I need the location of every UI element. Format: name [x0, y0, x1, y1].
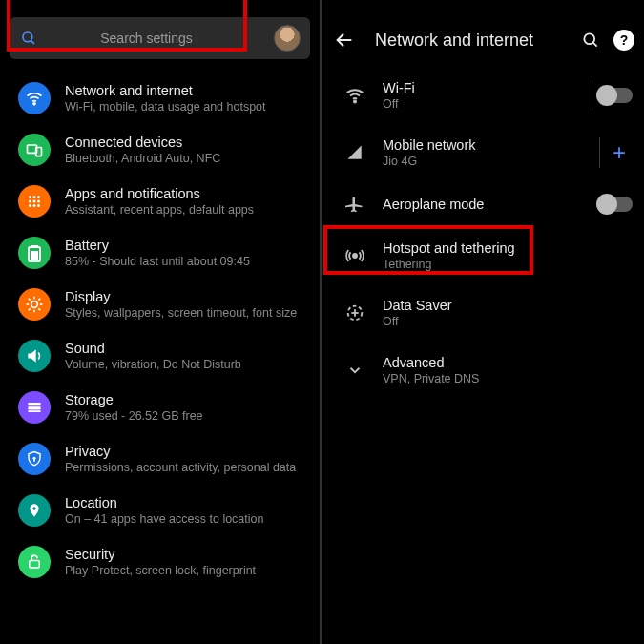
search-icon[interactable] — [577, 27, 604, 53]
svg-point-8 — [29, 200, 31, 203]
item-sub: Volume, vibration, Do Not Disturb — [65, 358, 308, 371]
item-title: Storage — [65, 392, 308, 407]
item-title: Advanced — [383, 355, 633, 370]
svg-point-7 — [37, 196, 40, 198]
network-list: Wi-Fi Off Mobile network Jio 4G + — [322, 67, 644, 399]
svg-rect-32 — [30, 561, 40, 569]
svg-point-31 — [32, 507, 35, 509]
item-title: Display — [65, 289, 308, 304]
item-wifi[interactable]: Wi-Fi Off — [327, 67, 638, 124]
item-battery[interactable]: Battery 85% - Should last until about 09… — [4, 227, 316, 279]
back-icon[interactable] — [331, 27, 358, 53]
svg-rect-16 — [31, 251, 38, 260]
item-sub: Bluetooth, Android Auto, NFC — [65, 152, 308, 165]
svg-line-22 — [29, 299, 31, 301]
item-title: Battery — [65, 238, 308, 253]
item-title: Aeroplane mode — [383, 197, 598, 212]
item-title: Sound — [65, 341, 308, 356]
search-bar[interactable]: Search settings — [10, 17, 310, 59]
airplane-icon — [333, 195, 377, 214]
chevron-down-icon — [333, 362, 377, 379]
item-mobile-network[interactable]: Mobile network Jio 4G + — [327, 124, 638, 181]
aeroplane-toggle[interactable] — [598, 197, 633, 212]
item-title: Wi-Fi — [383, 80, 586, 95]
svg-point-12 — [33, 204, 36, 207]
svg-point-34 — [584, 33, 594, 44]
header: Network and internet ? — [322, 13, 644, 67]
location-icon — [18, 494, 51, 527]
add-network-icon[interactable]: + — [606, 139, 633, 166]
devices-icon — [18, 134, 51, 166]
settings-root-pane: Search settings Network and internet Wi-… — [0, 0, 322, 644]
item-connected-devices[interactable]: Connected devices Bluetooth, Android Aut… — [4, 124, 316, 176]
security-icon — [18, 546, 51, 578]
item-title: Data Saver — [383, 298, 633, 313]
item-advanced[interactable]: Advanced VPN, Private DNS — [327, 342, 638, 399]
display-icon — [18, 288, 51, 321]
signal-icon — [333, 143, 377, 162]
privacy-icon — [18, 443, 51, 475]
wifi-icon — [18, 82, 51, 114]
item-title: Hotspot and tethering — [383, 240, 633, 256]
apps-icon — [18, 185, 51, 218]
item-sub: Jio 4G — [383, 155, 593, 168]
item-sub: Tethering — [383, 258, 633, 271]
storage-icon — [18, 391, 51, 424]
svg-point-11 — [29, 204, 31, 207]
svg-line-23 — [38, 308, 40, 310]
profile-avatar[interactable] — [274, 25, 301, 52]
item-sub: Off — [383, 97, 586, 111]
item-title: Mobile network — [383, 137, 593, 153]
item-title: Security — [65, 547, 308, 562]
svg-point-37 — [353, 254, 357, 258]
item-storage[interactable]: Storage 79% used - 26.52 GB free — [4, 382, 316, 433]
separator — [599, 137, 600, 168]
item-sub: Styles, wallpapers, screen timeout, font… — [65, 306, 308, 320]
sound-icon — [18, 340, 51, 372]
svg-point-2 — [33, 103, 35, 105]
svg-rect-27 — [28, 406, 40, 409]
item-network-internet[interactable]: Network and internet Wi-Fi, mobile, data… — [4, 73, 316, 124]
svg-line-24 — [29, 308, 31, 310]
item-apps-notifications[interactable]: Apps and notifications Assistant, recent… — [4, 176, 316, 227]
svg-point-6 — [33, 196, 36, 198]
wifi-toggle[interactable] — [598, 88, 633, 103]
item-sub: Wi-Fi, mobile, data usage and hotspot — [65, 100, 308, 114]
item-title: Network and internet — [65, 83, 308, 98]
help-icon[interactable]: ? — [613, 30, 634, 51]
svg-rect-28 — [28, 410, 40, 412]
wifi-icon — [333, 85, 377, 106]
item-title: Connected devices — [65, 135, 308, 150]
item-title: Apps and notifications — [65, 186, 308, 201]
item-sub: Off — [383, 315, 633, 328]
item-security[interactable]: Security Play Protect, screen lock, fing… — [4, 536, 316, 588]
svg-line-35 — [593, 43, 597, 47]
separator — [592, 80, 592, 111]
item-data-saver[interactable]: Data Saver Off — [327, 284, 638, 342]
network-internet-pane: Network and internet ? Wi-Fi Off — [322, 0, 644, 644]
item-sub: VPN, Private DNS — [383, 372, 633, 385]
svg-point-36 — [354, 100, 356, 102]
item-sub: On – 41 apps have access to location — [65, 512, 308, 526]
header-title: Network and internet — [367, 31, 568, 51]
item-sub: 85% - Should last until about 09:45 — [65, 255, 308, 268]
item-location[interactable]: Location On – 41 apps have access to loc… — [4, 485, 316, 536]
item-sub: Assistant, recent apps, default apps — [65, 203, 308, 217]
svg-point-5 — [29, 196, 31, 198]
item-sub: Play Protect, screen lock, fingerprint — [65, 564, 308, 577]
svg-point-9 — [33, 200, 36, 203]
svg-rect-26 — [28, 403, 40, 405]
data-saver-icon — [333, 302, 377, 323]
svg-point-17 — [31, 301, 38, 308]
svg-point-10 — [37, 200, 40, 203]
item-display[interactable]: Display Styles, wallpapers, screen timeo… — [4, 279, 316, 330]
hotspot-icon — [333, 245, 377, 266]
item-sound[interactable]: Sound Volume, vibration, Do Not Disturb — [4, 330, 316, 382]
item-title: Privacy — [65, 444, 308, 459]
item-privacy[interactable]: Privacy Permissions, account activity, p… — [4, 433, 316, 485]
search-placeholder: Search settings — [19, 31, 274, 46]
settings-list: Network and internet Wi-Fi, mobile, data… — [0, 73, 320, 588]
item-aeroplane-mode[interactable]: Aeroplane mode — [327, 181, 638, 227]
item-hotspot-tethering[interactable]: Hotspot and tethering Tethering — [327, 227, 638, 284]
svg-rect-30 — [33, 459, 35, 462]
